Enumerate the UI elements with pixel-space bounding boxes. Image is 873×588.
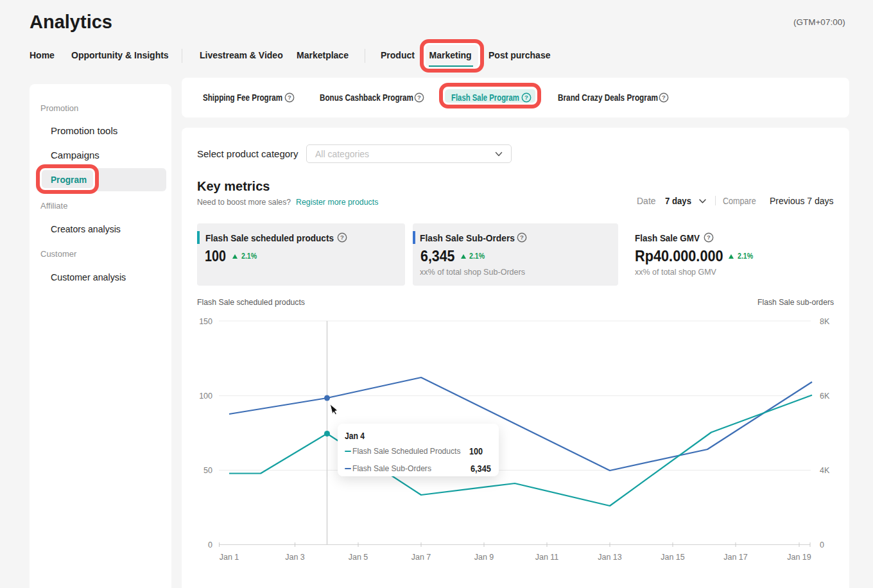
svg-text:0: 0 (820, 540, 824, 549)
svg-text:Jan 19: Jan 19 (787, 553, 811, 562)
svg-text:6K: 6K (820, 392, 830, 401)
svg-text:4K: 4K (820, 466, 830, 475)
svg-text:Jan 5: Jan 5 (349, 553, 368, 562)
svg-text:Jan 1: Jan 1 (220, 553, 239, 562)
svg-text:Jan 17: Jan 17 (723, 553, 748, 562)
svg-text:Jan 11: Jan 11 (535, 553, 559, 562)
svg-text:Jan 3: Jan 3 (285, 553, 305, 562)
svg-text:Jan 15: Jan 15 (661, 553, 685, 562)
svg-text:Jan 9: Jan 9 (474, 553, 494, 562)
svg-text:8K: 8K (820, 317, 830, 326)
svg-text:Jan 7: Jan 7 (411, 553, 431, 562)
svg-text:150: 150 (199, 317, 212, 326)
svg-text:100: 100 (199, 392, 212, 401)
svg-text:Jan 13: Jan 13 (598, 553, 622, 562)
svg-text:50: 50 (203, 466, 212, 475)
svg-text:0: 0 (208, 540, 212, 549)
